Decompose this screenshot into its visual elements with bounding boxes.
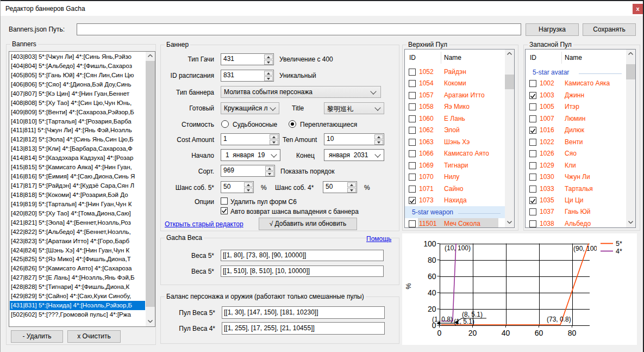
- banner-list-item[interactable]: [426|826] 5*:[Камисато Аято] 4*:[Сахароз…: [10, 264, 145, 273]
- pool-item-row[interactable]: 1029Кли: [526, 160, 635, 171]
- banner-list-item[interactable]: [415|815] 5*:[Камисато Аяка] 4*:[Нин Гуа…: [10, 163, 145, 172]
- chance4-input[interactable]: 50: [323, 181, 357, 193]
- banner-list-item[interactable]: [431|831] 5*:[Нахида] 4*:[Ноэлль,Рэйзор,…: [10, 301, 145, 310]
- pool-item-row[interactable]: 1038Альбедо: [526, 218, 635, 228]
- banner-list-item[interactable]: [422|822] 5*:[Альбедо] 4*:[Беннет,Ноэлль…: [10, 227, 145, 237]
- chance4-spinner[interactable]: [347, 182, 356, 193]
- banner-list-item[interactable]: [404|804] 5*:[Альбедо] 4*:[Фишль,Сахароз: [10, 61, 145, 71]
- pool-weights4-input[interactable]: [[1, 255], [17, 255], [21, 10455]]: [222, 322, 385, 335]
- banner-list-item[interactable]: [417|817] 5*:[Райдэн] 4*:[Кудзё Сара,Сян…: [10, 181, 145, 190]
- cost-option1-radio[interactable]: [221, 120, 229, 128]
- spin-down-button[interactable]: [265, 171, 274, 176]
- cost-amount-input[interactable]: 1: [221, 133, 279, 145]
- pool-item-row[interactable]: 1062Элой: [405, 125, 514, 136]
- banner-list-item[interactable]: [420|820] 5*:[Ху Тао] 4*:[Тома,Диона,Саю…: [10, 209, 145, 218]
- spin-up-button[interactable]: [270, 134, 278, 139]
- banner-list-item[interactable]: [429|829] 5*:[Сайно] 4*:[Саю,Куки Синобу…: [10, 292, 145, 301]
- ten-amount-spinner[interactable]: [374, 134, 383, 145]
- pool-item-row[interactable]: 1052Райдэн: [405, 66, 514, 78]
- spin-down-button[interactable]: [374, 140, 383, 145]
- end-date-picker[interactable]: января 2031: [324, 149, 384, 161]
- reserve-pool-scrollbar-thumb[interactable]: [626, 64, 635, 79]
- unchecked-checkbox[interactable]: [409, 127, 416, 134]
- banner-list-item[interactable]: [409|809] 5*:[Венти] 4*:[Сахароза,Рэйзор…: [10, 108, 145, 117]
- reserve-pool-list[interactable]: ID Name 5-star avatar1002Камисато Аяка10…: [525, 49, 636, 228]
- close-button[interactable]: x: [633, 4, 643, 14]
- banners-scrollbar[interactable]: [146, 52, 155, 326]
- chance5-spinner[interactable]: [244, 182, 253, 193]
- spin-up-button[interactable]: [264, 71, 273, 76]
- gacha-type-spinner[interactable]: [264, 54, 273, 65]
- help-link[interactable]: Помощь: [366, 235, 391, 243]
- banner-list-item[interactable]: [413|813] 5*:[Кли] 4*:[Барбара,Сахароза,…: [10, 144, 145, 153]
- title-select[interactable]: 黎明巡礼: [324, 102, 384, 114]
- unchecked-checkbox[interactable]: [529, 80, 536, 87]
- sort-input[interactable]: 969: [221, 165, 275, 177]
- pool-weights5-input[interactable]: [[1, 30], [147, 150], [181, 10230]]: [222, 306, 385, 319]
- unchecked-checkbox[interactable]: [409, 186, 416, 193]
- spin-up-button[interactable]: [264, 54, 273, 59]
- spin-up-button[interactable]: [347, 182, 356, 187]
- pool-item-row[interactable]: 1030Чжун Ли: [526, 171, 635, 183]
- pool-item-row[interactable]: 1054Кокоми: [405, 78, 514, 89]
- upper-pool-scrollbar-thumb[interactable]: [505, 75, 514, 89]
- spin-down-button[interactable]: [347, 188, 356, 193]
- banner-list-item[interactable]: [424|824] 5*:[Шэнь Хэ] 4*:[Нин Гуан,Чун …: [10, 246, 145, 255]
- save-button[interactable]: Сохранять: [583, 23, 636, 36]
- scroll-up-arrow[interactable]: [505, 50, 514, 59]
- cost-amount-spinner[interactable]: [270, 134, 278, 145]
- pool-item-row[interactable]: 1002Камисато Аяка: [526, 78, 635, 89]
- unchecked-checkbox[interactable]: [529, 150, 536, 157]
- banner-list-item[interactable]: [403|803] 5*:[Чжун Ли] 4*:[Синь Янь,Рэйз…: [10, 52, 145, 61]
- auto-return-label[interactable]: Авто возврат шанса выпадения с баннера: [230, 208, 359, 215]
- delete-banner-button[interactable]: - Удалить: [11, 330, 63, 343]
- remove-c6-label[interactable]: Удалить пул форм С6: [230, 198, 297, 206]
- load-button[interactable]: Нагрузка: [526, 23, 579, 36]
- begin-date-picker[interactable]: 1 января 19: [221, 149, 280, 161]
- unchecked-checkbox[interactable]: [529, 208, 536, 215]
- unchecked-checkbox[interactable]: [409, 103, 416, 110]
- clear-banners-button[interactable]: x Очистить: [67, 330, 121, 343]
- spin-up-button[interactable]: [374, 134, 383, 139]
- pool-item-row[interactable]: 1070Нилу: [405, 171, 514, 183]
- pool-item-row[interactable]: 1063Шэнь Хэ: [405, 137, 514, 148]
- cost-option2-label[interactable]: Переплетающиеся: [300, 121, 357, 128]
- spin-down-button[interactable]: [264, 60, 273, 65]
- unchecked-checkbox[interactable]: [409, 139, 416, 146]
- banner-list-item[interactable]: [418|818] 5*:[Кокоми] 4*:[Розария,Бэй До: [10, 190, 145, 200]
- banners-list[interactable]: [403|803] 5*:[Чжун Ли] 4*:[Синь Янь,Рэйз…: [9, 51, 155, 327]
- unchecked-checkbox[interactable]: [409, 162, 416, 169]
- unchecked-checkbox[interactable]: [529, 186, 536, 193]
- pool-item-row[interactable]: 1033Тарталья: [526, 183, 635, 195]
- spin-up-button[interactable]: [244, 182, 253, 187]
- checked-checkbox[interactable]: [529, 197, 536, 204]
- scroll-down-arrow[interactable]: [146, 317, 155, 326]
- banner-list-item[interactable]: [419|819] 5*:[Тарталья] 4*:[Нин Гуан,Чун…: [10, 200, 145, 209]
- chance5-input[interactable]: 50: [221, 181, 254, 193]
- unchecked-checkbox[interactable]: [409, 174, 416, 181]
- unchecked-checkbox[interactable]: [409, 80, 416, 87]
- scroll-up-arrow[interactable]: [626, 50, 635, 59]
- banner-list-item[interactable]: [425|825] 5*:[Яэ Мико] 4*:[Фишль,Диона,Т: [10, 255, 145, 264]
- banner-list-item[interactable]: [416|816] 5*:[Ёимия] 4*:[Саю,Диона,Синь …: [10, 172, 145, 181]
- pool-item-row[interactable]: 1071Сайно: [405, 183, 514, 195]
- banner-list-item[interactable]: [502|602] 5*:[???,Громовой пульс] 4*:[Рж…: [10, 310, 145, 319]
- pool-item-row[interactable]: 1026Сяо: [526, 148, 635, 159]
- banner-list-item[interactable]: [421|821] 5*:[Эола] 4*:[Беннет,Ноэлль,Ро…: [10, 218, 145, 227]
- spin-down-button[interactable]: [270, 140, 278, 145]
- schedule-id-spinner[interactable]: [264, 71, 273, 81]
- banner-list-item[interactable]: [412|812] 5*:[Эола] 4*:[Синь Янь,Син Цю,…: [10, 135, 145, 144]
- unchecked-checkbox[interactable]: [529, 174, 536, 181]
- unchecked-checkbox[interactable]: [529, 139, 536, 146]
- banner-list-item[interactable]: [423|823] 5*:[Аратаки Итто] 4*:[Горо,Бар…: [10, 237, 145, 246]
- pool-item-row[interactable]: 1069Тигнари: [405, 160, 514, 171]
- unchecked-checkbox[interactable]: [409, 220, 416, 227]
- pool-item-row[interactable]: 1016Дилюк: [526, 125, 635, 136]
- banner-type-select[interactable]: Молитва события персонажа: [221, 86, 381, 98]
- unchecked-checkbox[interactable]: [409, 115, 416, 122]
- pool-item-row[interactable]: 1035Ци Ци: [526, 195, 635, 206]
- banner-list-item[interactable]: [405|805] 5*:[Гань Юй] 4*:[Сян Лин,Син Ц…: [10, 71, 145, 80]
- sort-spinner[interactable]: [265, 166, 274, 176]
- unchecked-checkbox[interactable]: [409, 92, 416, 99]
- checked-checkbox[interactable]: [409, 197, 416, 204]
